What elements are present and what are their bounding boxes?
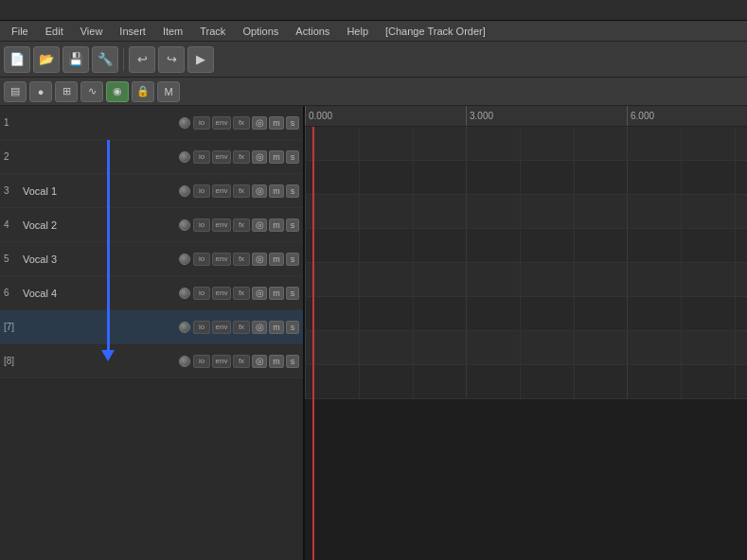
track-name-3: Vocal 2	[21, 219, 178, 231]
track-row-7[interactable]: [8]ioenvfx◎ms	[0, 344, 303, 378]
track-solo-btn-3[interactable]: s	[286, 219, 299, 232]
track-solo-btn-1[interactable]: s	[286, 150, 299, 164]
track-env-btn-1[interactable]: env	[212, 150, 231, 164]
track-volume-knob-5[interactable]	[179, 288, 190, 299]
track-env-btn-7[interactable]: env	[212, 355, 231, 368]
track-env-btn-0[interactable]: env	[212, 116, 231, 130]
envelope-btn[interactable]: ∿	[80, 81, 103, 102]
track-volume-knob-3[interactable]	[179, 219, 190, 231]
track-phase-btn-6[interactable]: ◎	[252, 321, 267, 334]
menu-item-insert[interactable]: Insert	[112, 24, 153, 39]
new-button[interactable]: 📄	[4, 46, 30, 73]
track-fx-btn-4[interactable]: fx	[233, 253, 250, 266]
track-io-btn-5[interactable]: io	[193, 287, 210, 300]
open-button[interactable]: 📂	[33, 46, 60, 73]
lock-btn[interactable]: 🔒	[132, 81, 154, 102]
track-phase-btn-0[interactable]: ◎	[252, 116, 267, 130]
arrange-track-1	[305, 161, 747, 195]
render-button[interactable]: ▶	[187, 46, 214, 73]
track-io-btn-3[interactable]: io	[193, 219, 210, 232]
track-env-btn-2[interactable]: env	[212, 184, 231, 198]
grid-line-4	[520, 161, 521, 194]
track-row-5[interactable]: 6Vocal 4ioenvfx◎ms	[0, 276, 303, 310]
settings-button[interactable]: 🔧	[92, 46, 118, 73]
track-volume-knob-6[interactable]	[179, 322, 190, 333]
record-btn[interactable]: ●	[29, 81, 52, 102]
track-solo-btn-2[interactable]: s	[286, 184, 299, 198]
track-phase-btn-4[interactable]: ◎	[252, 253, 267, 266]
grid-line-8	[735, 263, 736, 296]
track-io-btn-2[interactable]: io	[193, 184, 210, 198]
grid-line-7	[681, 365, 682, 398]
track-phase-btn-5[interactable]: ◎	[252, 287, 267, 300]
track-row-2[interactable]: 3Vocal 1ioenvfx◎ms	[0, 174, 303, 208]
menu-item-actions[interactable]: Actions	[288, 24, 337, 39]
monitor-btn[interactable]: ▤	[4, 81, 27, 102]
track-mute-btn-3[interactable]: m	[269, 219, 284, 232]
freeze-btn[interactable]: ◉	[106, 81, 129, 102]
track-volume-knob-4[interactable]	[179, 254, 190, 265]
undo-button[interactable]: ↩	[129, 46, 155, 73]
track-mute-btn-4[interactable]: m	[269, 253, 284, 266]
track-row-6[interactable]: [7]ioenvfx◎ms	[0, 310, 303, 344]
track-env-btn-6[interactable]: env	[212, 321, 231, 334]
save-button[interactable]: 💾	[62, 46, 89, 73]
track-env-btn-3[interactable]: env	[212, 219, 231, 232]
playhead	[312, 127, 314, 560]
track-fx-btn-2[interactable]: fx	[233, 184, 250, 198]
track-row-4[interactable]: 5Vocal 3ioenvfx◎ms	[0, 242, 303, 276]
track-fx-btn-3[interactable]: fx	[233, 219, 250, 232]
track-solo-btn-7[interactable]: s	[286, 355, 299, 368]
track-list-wrapper: 1ioenvfx◎ms2ioenvfx◎ms3Vocal 1ioenvfx◎ms…	[0, 106, 303, 378]
menu-item-item[interactable]: Item	[155, 24, 190, 39]
menu-item-help[interactable]: Help	[339, 24, 376, 39]
track-volume-knob-7[interactable]	[179, 356, 190, 367]
track-solo-btn-4[interactable]: s	[286, 253, 299, 266]
track-fx-btn-1[interactable]: fx	[233, 150, 250, 164]
track-mute-btn-1[interactable]: m	[269, 150, 284, 164]
track-row-3[interactable]: 4Vocal 2ioenvfx◎ms	[0, 208, 303, 242]
menu-item-track[interactable]: Track	[192, 24, 233, 39]
track-row-0[interactable]: 1ioenvfx◎ms	[0, 106, 303, 140]
mute-all-btn[interactable]: M	[157, 81, 180, 102]
menu-item-file[interactable]: File	[4, 24, 36, 39]
track-env-btn-4[interactable]: env	[212, 253, 231, 266]
track-io-btn-6[interactable]: io	[193, 321, 210, 334]
track-io-btn-1[interactable]: io	[193, 150, 210, 164]
track-phase-btn-2[interactable]: ◎	[252, 184, 267, 198]
track-solo-btn-0[interactable]: s	[286, 116, 299, 130]
track-mute-btn-7[interactable]: m	[269, 355, 284, 368]
track-mute-btn-2[interactable]: m	[269, 184, 284, 198]
track-phase-btn-3[interactable]: ◎	[252, 219, 267, 232]
menu-item-edit[interactable]: Edit	[38, 24, 71, 39]
track-mute-btn-6[interactable]: m	[269, 321, 284, 334]
track-fx-btn-6[interactable]: fx	[233, 321, 250, 334]
track-fx-btn-0[interactable]: fx	[233, 116, 250, 130]
grid-line-6	[627, 195, 628, 228]
track-io-btn-0[interactable]: io	[193, 116, 210, 130]
menu-item-options[interactable]: Options	[235, 24, 286, 39]
track-row-1[interactable]: 2ioenvfx◎ms	[0, 140, 303, 174]
track-mute-btn-0[interactable]: m	[269, 116, 284, 130]
track-solo-btn-5[interactable]: s	[286, 287, 299, 300]
track-env-btn-5[interactable]: env	[212, 287, 231, 300]
main-area: 1ioenvfx◎ms2ioenvfx◎ms3Vocal 1ioenvfx◎ms…	[0, 106, 747, 560]
menu-item-view[interactable]: View	[73, 24, 111, 39]
track-volume-knob-2[interactable]	[179, 185, 190, 197]
track-io-btn-7[interactable]: io	[193, 355, 210, 368]
track-solo-btn-6[interactable]: s	[286, 321, 299, 334]
track-volume-knob-0[interactable]	[179, 117, 190, 129]
menu-item--change-track-order-[interactable]: [Change Track Order]	[378, 24, 493, 39]
track-fx-btn-5[interactable]: fx	[233, 287, 250, 300]
track-controls-3: ioenvfx◎ms	[178, 219, 299, 232]
toolbar: 📄📂💾🔧↩↪▶	[0, 42, 747, 78]
track-volume-knob-1[interactable]	[179, 151, 190, 163]
grid-btn[interactable]: ⊞	[55, 81, 78, 102]
grid-line-0	[305, 161, 306, 194]
track-phase-btn-7[interactable]: ◎	[252, 355, 267, 368]
redo-button[interactable]: ↪	[158, 46, 185, 73]
track-mute-btn-5[interactable]: m	[269, 287, 284, 300]
track-phase-btn-1[interactable]: ◎	[252, 150, 267, 164]
track-fx-btn-7[interactable]: fx	[233, 355, 250, 368]
track-io-btn-4[interactable]: io	[193, 253, 210, 266]
